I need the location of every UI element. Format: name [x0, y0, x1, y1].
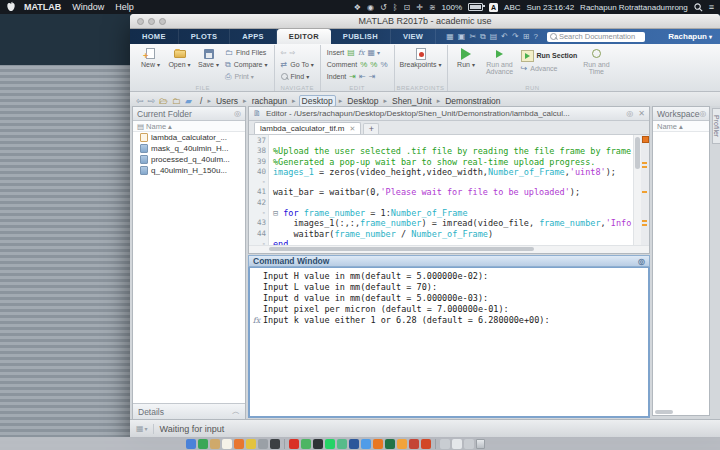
workspace-hscrollbar[interactable] — [655, 410, 673, 414]
file-row[interactable]: lambda_calculator_... — [133, 132, 245, 143]
dock-icon-maps[interactable] — [246, 439, 256, 449]
apple-icon[interactable] — [6, 1, 16, 13]
compare-button[interactable]: ⧉ Compare — [225, 59, 268, 70]
indent-controls[interactable]: Indent ⇥ ⇤ ⇥ — [327, 71, 388, 82]
spotlight-search-icon[interactable] — [694, 3, 703, 12]
dock-icon-camera[interactable] — [270, 439, 280, 449]
back-forward-buttons[interactable]: ⇦ ⇨ — [281, 47, 314, 58]
save-icon[interactable]: ▣ — [458, 32, 466, 41]
breadcrumb-segment[interactable]: Users — [214, 96, 240, 106]
command-window-body[interactable]: Input H value in mm(default = 5.000000e-… — [248, 267, 650, 418]
workspace-menu-icon[interactable]: ◎ — [699, 109, 706, 118]
comment-controls[interactable]: Comment % % % — [327, 59, 388, 70]
code-line[interactable]: ⊟ for frame_number = 1:Number_of_Frame — [273, 208, 633, 218]
code-line[interactable]: %Upload the user selected .tif file by r… — [273, 146, 633, 156]
editor-vscrollbar[interactable] — [633, 135, 641, 245]
code-line[interactable]: images_1(:,:,frame_number) = imread(vide… — [273, 218, 633, 228]
file-row[interactable]: processed_q_40ulm... — [133, 154, 245, 165]
menubar-menu-window[interactable]: Window — [72, 2, 104, 12]
dock-icon-folder-documents[interactable] — [464, 439, 474, 449]
breadcrumb-segment[interactable]: Desktop — [345, 96, 380, 106]
dock-icon-document-stack[interactable] — [452, 439, 462, 449]
menubar-user[interactable]: Rachapun Rotrattanadumrong — [580, 3, 688, 12]
editor-body[interactable]: 37383940 -4142 -4344 -45 -46 -47 - %Uplo… — [249, 135, 649, 245]
undo-icon[interactable]: ↶ — [501, 32, 508, 41]
insert-fx-icon[interactable]: fx — [358, 49, 365, 57]
window-titlebar[interactable]: MATLAB R2017b - academic use — [130, 14, 720, 29]
help-icon[interactable]: ? — [533, 32, 537, 41]
file-row[interactable]: q_40ulmin_H_150u... — [133, 165, 245, 176]
editor-code[interactable]: %Upload the user selected .tif file by r… — [269, 135, 633, 245]
code-line[interactable] — [273, 198, 633, 208]
dock-trash-icon[interactable] — [476, 439, 485, 449]
code-line[interactable]: wait_bar = waitbar(0,'Please wait for fi… — [273, 187, 633, 197]
tab-view[interactable]: VIEW — [391, 29, 436, 44]
workspace-column-header[interactable]: Name ▴ — [653, 121, 709, 132]
notification-center-icon[interactable]: ≡ — [709, 2, 714, 12]
run-section-button[interactable]: Run Section — [521, 49, 578, 62]
minimize-window-button[interactable] — [148, 18, 155, 25]
dock-icon-photos[interactable] — [210, 439, 220, 449]
dock-window-icon[interactable]: ⊞ — [523, 32, 530, 41]
file-row[interactable]: mask_q_40ulmin_H... — [133, 143, 245, 154]
dock-icon-settings[interactable] — [258, 439, 268, 449]
insert-controls[interactable]: Insert ▤ fx ▦ — [327, 47, 388, 58]
statusbar-grid-icon[interactable]: ▦ — [136, 424, 147, 433]
warning-indicator-icon[interactable] — [642, 136, 649, 143]
new-tab-button[interactable]: + — [363, 123, 379, 134]
find-button[interactable]: Find — [281, 71, 314, 82]
dock-icon-chrome[interactable] — [198, 439, 208, 449]
command-window-header[interactable]: Command Window ◎ — [248, 255, 650, 267]
dock-icon-excel[interactable] — [385, 439, 395, 449]
goto-button[interactable]: ⇄ Go To — [281, 59, 314, 70]
dock-icon-pages[interactable] — [397, 439, 407, 449]
code-line[interactable]: images_1 = zeros(video_height,video_widt… — [273, 167, 633, 177]
dock-icon-whatsapp[interactable] — [325, 439, 335, 449]
dock-icon-folder-downloads[interactable] — [440, 439, 450, 449]
code-line[interactable] — [273, 136, 633, 146]
tab-publish[interactable]: PUBLISH — [331, 29, 391, 44]
breadcrumb-segment[interactable]: Shen_Unit — [390, 96, 434, 106]
save-button[interactable]: Save — [196, 47, 221, 68]
breadcrumb-segment[interactable]: Demonstration — [443, 96, 502, 106]
run-and-time-button[interactable]: Run and Time — [581, 47, 611, 75]
tab-editor[interactable]: EDITOR — [277, 29, 331, 44]
input-source-label[interactable]: ABC — [504, 3, 520, 12]
bluetooth-icon[interactable]: ᛒ — [393, 3, 398, 12]
cut-icon[interactable]: ✂ — [469, 32, 476, 41]
code-line[interactable]: waitbar(frame_number / Number_of_Frame) — [273, 229, 633, 239]
profiler-side-tab[interactable]: Profiler — [712, 108, 720, 144]
copy-icon[interactable]: ⧉ — [480, 32, 486, 42]
editor-annotation-bar[interactable] — [641, 135, 649, 245]
paste-icon[interactable]: ▤ — [490, 32, 498, 41]
account-menu[interactable]: Rachapun — [668, 29, 712, 44]
details-panel-header[interactable]: Details ︿ — [133, 403, 245, 419]
editor-close-icon[interactable]: ✕ — [638, 109, 645, 118]
code-line[interactable] — [273, 177, 633, 187]
run-button[interactable]: Run — [454, 47, 479, 68]
open-button[interactable]: Open — [167, 47, 192, 68]
menubar-menu-help[interactable]: Help — [115, 2, 134, 12]
breadcrumb-segment[interactable]: / — [198, 96, 204, 106]
back-arrow-icon[interactable]: ⇦ — [136, 96, 144, 106]
breadcrumb-segment[interactable]: rachapun — [250, 96, 289, 106]
dock-icon-terminal[interactable] — [313, 439, 323, 449]
menubar-clock[interactable]: Sun 23:16:42 — [527, 3, 575, 12]
command-window-menu-icon[interactable]: ◎ — [638, 257, 645, 266]
dock-icon-drive[interactable] — [301, 439, 311, 449]
globe-icon[interactable]: ◉ — [367, 3, 374, 12]
dock-icon-pdf[interactable] — [409, 439, 419, 449]
details-collapse-icon[interactable]: ︿ — [232, 406, 240, 417]
menubar-menu-matlab[interactable]: MATLAB — [24, 2, 61, 12]
advance-button[interactable]: ↪ Advance — [521, 63, 578, 74]
breadcrumb-segment[interactable]: Desktop — [299, 95, 336, 107]
tab-close-icon[interactable]: ✕ — [349, 125, 355, 133]
code-line[interactable]: %Generated a pop-up wait bar to show rea… — [273, 157, 633, 167]
breakpoints-button[interactable]: Breakpoints — [401, 47, 441, 68]
screenshot-icon[interactable]: ▦ — [446, 32, 454, 41]
dock-icon-word[interactable] — [349, 439, 359, 449]
wifi-icon[interactable]: ≋ — [429, 3, 436, 12]
tab-home[interactable]: HOME — [130, 29, 179, 44]
browse-folder-icon[interactable]: 🗀 — [172, 96, 181, 106]
editor-menu-icon[interactable]: ◎ — [626, 109, 633, 118]
